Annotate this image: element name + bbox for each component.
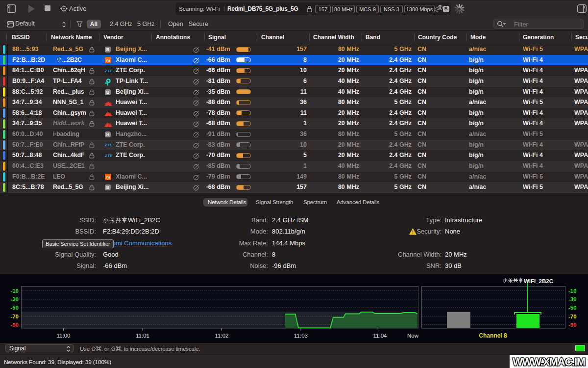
svg-text:-70: -70 [568,314,577,319]
svg-text:11:01: 11:01 [136,333,149,339]
svg-text:11:02: 11:02 [215,333,229,339]
svg-text:-10: -10 [10,288,19,294]
svg-text:S: S [439,6,441,10]
svg-text:-70: -70 [10,314,19,319]
svg-text:-50: -50 [10,305,19,311]
svg-text:-30: -30 [568,296,577,302]
svg-text:WWW.XMAC.IM: WWW.XMAC.IM [513,355,585,368]
svg-text:11:03: 11:03 [294,333,308,339]
svg-text:-50: -50 [568,305,577,311]
svg-text:Now: Now [407,333,419,339]
svg-text:-10: -10 [568,288,577,294]
svg-text:11:00: 11:00 [57,333,71,339]
svg-text:11:04: 11:04 [373,333,388,339]
svg-text:-90: -90 [10,322,19,328]
svg-text:-90: -90 [568,322,577,328]
svg-text:-30: -30 [10,296,19,302]
svg-text:Channel 8: Channel 8 [479,332,507,339]
svg-text:WiFi_2B2C: WiFi_2B2C [524,278,553,284]
